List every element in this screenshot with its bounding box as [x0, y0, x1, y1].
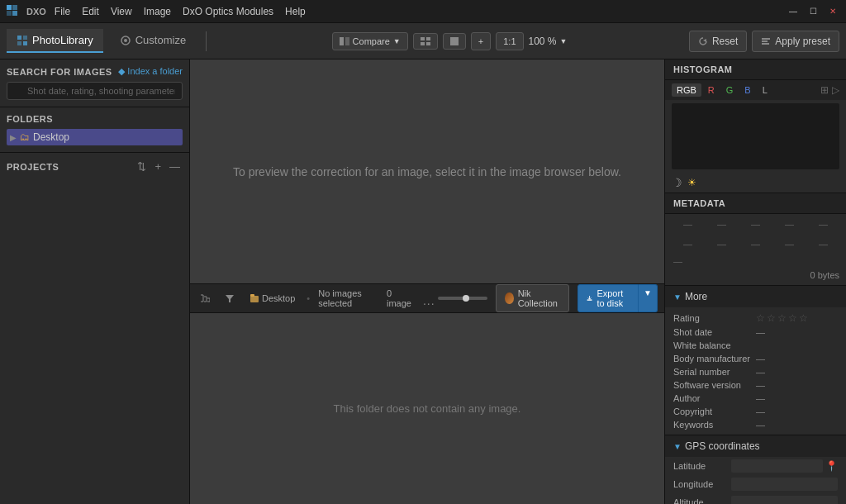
altitude-label: Altitude — [673, 497, 731, 504]
menu-image[interactable]: Image — [144, 6, 171, 17]
svg-rect-16 — [450, 37, 459, 45]
svg-rect-4 — [17, 36, 21, 40]
slider-track — [438, 297, 487, 300]
menu-help[interactable]: Help — [285, 6, 306, 17]
svg-rect-0 — [7, 5, 12, 10]
copyright-label: Copyright — [673, 407, 756, 416]
overexposure-icon: ☀ — [687, 177, 696, 188]
search-title: SEARCH FOR IMAGES — [7, 67, 112, 77]
thumbnail-size-slider[interactable] — [438, 297, 487, 300]
more-section-header[interactable]: ▼ More — [665, 286, 846, 307]
toolbar: PhotoLibrary Customize Compare ▼ — [0, 23, 846, 59]
apply-preset-button[interactable]: Apply preset — [752, 31, 839, 52]
search-input[interactable] — [7, 82, 183, 100]
histogram-tabs: RGB R G B L ⊞ ▷ — [665, 80, 846, 100]
serial-number-label: Serial number — [673, 367, 756, 377]
hist-tab-rgb[interactable]: RGB — [672, 83, 701, 97]
search-section-header: SEARCH FOR IMAGES ◆ Index a folder — [7, 66, 183, 77]
center-content: To preview the correction for an image, … — [190, 59, 664, 504]
svg-rect-13 — [426, 37, 430, 40]
reset-label: Reset — [712, 36, 738, 47]
star-4[interactable]: ☆ — [788, 312, 797, 324]
more-section: ▼ More Rating ☆ ☆ ☆ ☆ ☆ Shot date — — [665, 286, 846, 435]
export-dropdown-button[interactable]: ▼ — [639, 284, 658, 312]
tab-photo-library[interactable]: PhotoLibrary — [7, 29, 103, 53]
underexposure-icon: ☽ — [672, 176, 682, 189]
hist-tab-r[interactable]: R — [703, 83, 720, 97]
software-version-row: Software version — — [665, 378, 846, 392]
hist-tab-g[interactable]: G — [721, 83, 739, 97]
meta-cell-2: — — [706, 217, 738, 231]
folder-item-desktop[interactable]: ▶ 🗂 Desktop — [7, 129, 183, 145]
svg-rect-18 — [762, 38, 770, 40]
svg-marker-17 — [703, 39, 706, 42]
photo-library-label: PhotoLibrary — [32, 34, 93, 46]
view-compare-button[interactable]: + — [471, 32, 491, 50]
menu-edit[interactable]: Edit — [82, 6, 99, 17]
menu-view[interactable]: View — [111, 6, 132, 17]
folder-breadcrumb[interactable]: Desktop — [246, 292, 298, 305]
view-grid-button[interactable] — [413, 33, 438, 50]
copyright-value: — — [756, 407, 838, 416]
reset-button[interactable]: Reset — [689, 31, 747, 52]
projects-remove-button[interactable]: — — [167, 159, 183, 174]
longitude-input[interactable] — [731, 478, 838, 491]
meta-cell-5: — — [807, 217, 839, 231]
tab-customize[interactable]: Customize — [110, 29, 196, 53]
index-folder-link[interactable]: ◆ Index a folder — [118, 66, 183, 77]
keywords-value: — — [756, 420, 838, 430]
shot-date-row: Shot date — — [665, 326, 846, 339]
body-manufacturer-value: — — [756, 354, 838, 364]
menu-bar: File Edit View Image DxO Optics Modules … — [55, 6, 306, 17]
svg-rect-21 — [250, 296, 259, 302]
projects-sort-button[interactable]: ⇅ — [135, 159, 149, 174]
export-to-disk-button[interactable]: Export to disk — [577, 284, 639, 312]
altitude-input[interactable] — [731, 496, 838, 504]
no-images-label: No images selected — [318, 288, 378, 308]
filter-button[interactable] — [221, 292, 238, 305]
projects-actions: ⇅ + — — [135, 159, 183, 174]
star-2[interactable]: ☆ — [767, 312, 776, 324]
maximize-button[interactable]: ☐ — [806, 5, 820, 18]
zoom-1to1-button[interactable]: 1:1 — [496, 32, 523, 50]
star-3[interactable]: ☆ — [777, 312, 787, 324]
gps-rows: Latitude 📍 Longitude Altitude — [665, 457, 846, 504]
map-icon[interactable]: 📍 — [825, 460, 838, 472]
histogram-display-icon[interactable]: ⊞ — [820, 84, 829, 96]
menu-file[interactable]: File — [55, 6, 70, 17]
svg-rect-10 — [340, 37, 344, 45]
logo-text: DXO — [26, 7, 46, 17]
close-button[interactable]: ✕ — [826, 5, 839, 18]
serial-number-value: — — [756, 367, 838, 377]
current-folder-name: Desktop — [262, 293, 295, 303]
view-single-button[interactable] — [443, 33, 466, 50]
histogram-export-icon[interactable]: ▷ — [832, 84, 839, 96]
star-rating[interactable]: ☆ ☆ ☆ ☆ ☆ — [756, 312, 808, 324]
search-wrapper: 🔍 — [7, 82, 183, 100]
metadata-grid-row1: — — — — — — [665, 214, 846, 234]
menu-dxo-optics[interactable]: DxO Optics Modules — [183, 6, 273, 17]
latitude-input[interactable] — [731, 459, 823, 473]
hist-tab-l[interactable]: L — [758, 83, 772, 97]
customize-label: Customize — [135, 34, 186, 46]
minimize-button[interactable]: — — [787, 5, 800, 18]
star-5[interactable]: ☆ — [799, 312, 808, 324]
sort-button[interactable] — [197, 292, 213, 305]
rating-label: Rating — [673, 313, 756, 323]
star-1[interactable]: ☆ — [756, 312, 765, 324]
compare-dropdown-icon: ▼ — [393, 37, 401, 45]
empty-folder-message: This folder does not contain any image. — [334, 402, 521, 415]
metadata-title: METADATA — [665, 193, 846, 214]
nik-label: Nik Collection — [518, 288, 561, 308]
search-section: SEARCH FOR IMAGES ◆ Index a folder 🔍 — [0, 59, 189, 107]
gps-section-header[interactable]: ▼ GPS coordinates — [665, 435, 846, 457]
meta-cell-1: — — [672, 217, 704, 231]
left-sidebar: SEARCH FOR IMAGES ◆ Index a folder 🔍 FOL… — [0, 59, 190, 504]
compare-button[interactable]: Compare ▼ — [332, 32, 408, 50]
filter-icon — [225, 293, 235, 303]
keywords-label: Keywords — [673, 420, 756, 430]
customize-icon — [120, 35, 131, 46]
nik-collection-button[interactable]: Nik Collection — [496, 284, 569, 312]
hist-tab-b[interactable]: B — [739, 83, 755, 97]
projects-add-button[interactable]: + — [152, 159, 164, 174]
